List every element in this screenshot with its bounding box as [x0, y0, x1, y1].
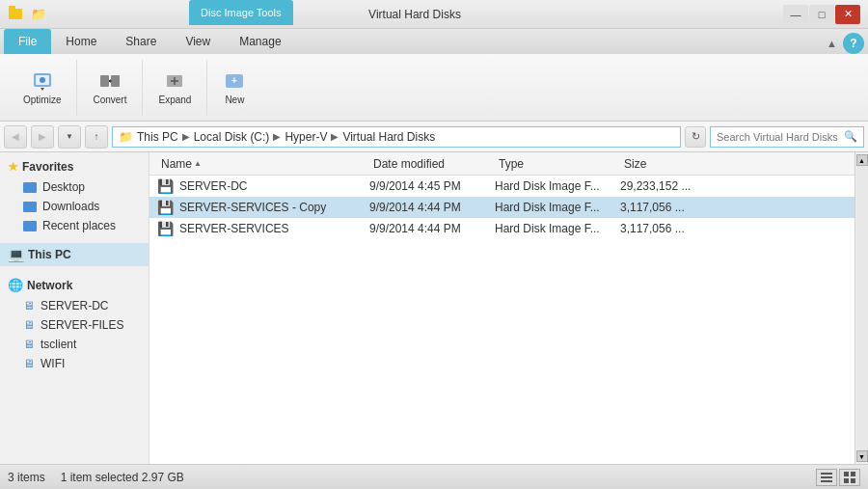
refresh-button[interactable]: ↻ [685, 126, 706, 148]
address-bar: ◀ ▶ ▼ ↑ 📁 This PC ▶ Local Disk (C:) ▶ Hy… [0, 122, 868, 152]
scroll-up-button[interactable]: ▲ [856, 154, 868, 166]
close-button[interactable]: ✕ [835, 5, 860, 24]
title-bar-left: 📁 [8, 7, 46, 22]
ribbon-btn-expand[interactable]: Expand [152, 66, 197, 109]
sidebar-network-header[interactable]: 🌐 Network [0, 274, 149, 296]
computer-icon: 💻 [8, 247, 24, 262]
path-folder[interactable]: Virtual Hard Disks [342, 130, 435, 144]
scroll-track[interactable] [856, 166, 868, 450]
path-thispc[interactable]: This PC [137, 130, 178, 144]
file-name-server-services-copy: 💾 SERVER-SERVICES - Copy [157, 200, 369, 215]
svg-rect-4 [111, 75, 120, 87]
app-icon [8, 7, 23, 22]
svg-rect-14 [851, 478, 855, 483]
sidebar-item-wifi[interactable]: 🖥 WIFI [0, 354, 149, 373]
path-hyperv[interactable]: Hyper-V [285, 130, 327, 144]
downloads-icon [23, 202, 37, 212]
tab-file[interactable]: File [4, 29, 51, 54]
col-header-name[interactable]: Name ▲ [157, 157, 369, 171]
tab-manage[interactable]: Manage [225, 29, 295, 54]
sort-arrow-icon: ▲ [194, 159, 202, 168]
path-folder-icon: 📁 [119, 130, 133, 144]
file-type-server-services: Hard Disk Image F... [495, 222, 620, 235]
col-header-size[interactable]: Size [620, 157, 717, 171]
sidebar-item-tsclient[interactable]: 🖥 tsclient [0, 335, 149, 354]
path-localdisk[interactable]: Local Disk (C:) [194, 130, 270, 144]
help-button[interactable]: ? [843, 33, 864, 54]
ribbon-btn-new-disk[interactable]: + New [217, 66, 252, 109]
file-date-server-services: 9/9/2014 4:44 PM [369, 222, 495, 235]
tab-share[interactable]: Share [111, 29, 171, 54]
svg-rect-3 [100, 75, 109, 87]
maximize-button[interactable]: □ [809, 5, 834, 24]
sidebar-thispc-header[interactable]: 💻 This PC [0, 243, 149, 266]
items-count: 3 items [8, 471, 45, 484]
file-row-server-services[interactable]: 💾 SERVER-SERVICES 9/9/2014 4:44 PM Hard … [149, 218, 854, 239]
sidebar-favorites-header[interactable]: ★ Favorites [0, 156, 149, 177]
svg-rect-13 [844, 478, 849, 483]
address-path[interactable]: 📁 This PC ▶ Local Disk (C:) ▶ Hyper-V ▶ … [112, 126, 681, 148]
ribbon-tabs: File Home Share View Manage ▲ ? [0, 29, 868, 54]
desktop-icon [23, 182, 37, 193]
window-title: Virtual Hard Disks [46, 8, 783, 21]
svg-rect-8 [821, 473, 832, 475]
search-box: 🔍 [710, 126, 864, 148]
status-bar: 3 items 1 item selected 2.97 GB [0, 464, 868, 489]
sidebar-item-desktop[interactable]: Desktop [0, 177, 149, 197]
vhd-icon-3: 💾 [157, 221, 174, 236]
new-disk-icon: + [223, 69, 246, 93]
col-header-date[interactable]: Date modified [369, 157, 495, 171]
expand-label: Expand [158, 95, 191, 105]
new-disk-label: New [225, 95, 244, 105]
file-size-server-dc: 29,233,152 ... [620, 179, 717, 193]
sidebar-item-server-files[interactable]: 🖥 SERVER-FILES [0, 315, 149, 335]
minimize-button[interactable]: — [783, 5, 808, 24]
svg-rect-9 [821, 476, 832, 478]
selected-info: 1 item selected 2.97 GB [61, 471, 184, 484]
tab-view[interactable]: View [171, 29, 225, 54]
scroll-down-button[interactable]: ▼ [856, 450, 868, 462]
ribbon-group-expand: Expand [143, 60, 207, 116]
ribbon-group-new: + New [207, 60, 261, 116]
svg-rect-10 [821, 480, 832, 482]
file-row-server-dc[interactable]: 💾 SERVER-DC 9/9/2014 4:45 PM Hard Disk I… [149, 176, 854, 197]
expand-icon [163, 69, 186, 93]
vertical-scrollbar[interactable]: ▲ ▼ [854, 152, 868, 464]
star-icon: ★ [8, 160, 18, 174]
ribbon-group-convert: Convert [77, 60, 143, 116]
sidebar-item-recent[interactable]: Recent places [0, 216, 149, 235]
file-date-server-services-copy: 9/9/2014 4:44 PM [369, 201, 495, 214]
svg-text:+: + [231, 75, 237, 86]
sidebar-item-downloads[interactable]: Downloads [0, 197, 149, 216]
search-input[interactable] [717, 131, 844, 143]
view-toggle [816, 469, 860, 486]
tab-home[interactable]: Home [51, 29, 111, 54]
column-headers: Name ▲ Date modified Type Size [149, 152, 854, 176]
vhd-icon-1: 💾 [157, 178, 174, 194]
recent-locations-button[interactable]: ▼ [58, 125, 81, 149]
ribbon-btn-convert[interactable]: Convert [87, 66, 132, 109]
view-large-button[interactable] [839, 469, 860, 486]
forward-button[interactable]: ▶ [31, 125, 54, 149]
recent-icon [23, 221, 37, 231]
file-row-server-services-copy[interactable]: 💾 SERVER-SERVICES - Copy 9/9/2014 4:44 P… [149, 197, 854, 218]
file-size-server-services-copy: 3,117,056 ... [620, 201, 717, 214]
file-list: 💾 SERVER-DC 9/9/2014 4:45 PM Hard Disk I… [149, 176, 854, 464]
up-button[interactable]: ↑ [85, 125, 108, 149]
title-bar: 📁 Disc Image Tools Virtual Hard Disks — … [0, 0, 868, 29]
chevron-down-icon[interactable]: ▲ [827, 38, 837, 49]
sidebar-item-server-dc[interactable]: 🖥 SERVER-DC [0, 296, 149, 315]
col-header-type[interactable]: Type [495, 157, 620, 171]
svg-point-2 [40, 77, 45, 83]
file-date-server-dc: 9/9/2014 4:45 PM [369, 179, 495, 193]
path-arrow-3: ▶ [331, 131, 339, 142]
wifi-icon: 🖥 [23, 357, 35, 370]
disc-image-tools-tab[interactable]: Disc Image Tools [189, 0, 293, 25]
file-type-server-dc: Hard Disk Image F... [495, 179, 620, 193]
back-button[interactable]: ◀ [4, 125, 27, 149]
view-details-button[interactable] [816, 469, 837, 486]
path-arrow-1: ▶ [182, 131, 190, 142]
ribbon-btn-optimize[interactable]: Optimize [17, 66, 67, 109]
window-controls: — □ ✕ [783, 5, 860, 24]
svg-rect-12 [851, 472, 855, 476]
